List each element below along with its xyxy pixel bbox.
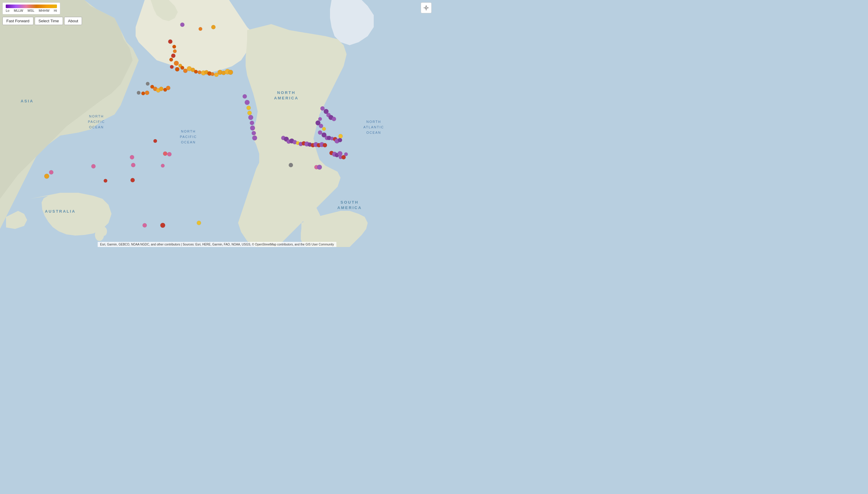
station-dot[interactable] <box>337 151 343 156</box>
station-dot[interactable] <box>131 163 135 167</box>
legend-hi: Hi <box>54 9 57 12</box>
station-dot[interactable] <box>211 72 214 76</box>
select-time-button[interactable]: Select Time <box>35 17 63 25</box>
ocean-label-npc3: OCEAN <box>181 140 196 144</box>
station-dot[interactable] <box>130 155 134 159</box>
legend: Lo MLLW MSL MHHW Hi <box>2 2 60 15</box>
legend-msl: MSL <box>27 9 34 12</box>
station-dot[interactable] <box>211 25 216 29</box>
station-dot[interactable] <box>141 92 145 95</box>
station-dot[interactable] <box>49 170 53 174</box>
station-dot[interactable] <box>318 117 322 121</box>
legend-gradient <box>6 4 57 8</box>
station-dot[interactable] <box>319 124 323 128</box>
ocean-label-na3: OCEAN <box>366 131 381 134</box>
station-dot[interactable] <box>169 58 173 61</box>
station-dot[interactable] <box>166 86 170 90</box>
station-dot[interactable] <box>332 117 336 121</box>
station-dot[interactable] <box>338 138 342 142</box>
map-svg: NORTH PACIFIC OCEAN NORTH PACIFIC OCEAN … <box>0 0 434 247</box>
fast-forward-button[interactable]: Fast Forward <box>2 17 34 25</box>
ocean-label-np1: NORTH <box>89 114 104 118</box>
station-dot[interactable] <box>318 130 322 135</box>
station-dot[interactable] <box>153 139 157 143</box>
station-dot[interactable] <box>322 127 326 131</box>
station-dot[interactable] <box>289 163 293 167</box>
station-dot[interactable] <box>174 61 179 66</box>
station-dot[interactable] <box>172 45 176 49</box>
station-dot[interactable] <box>159 87 163 91</box>
map-container: NORTH PACIFIC OCEAN NORTH PACIFIC OCEAN … <box>0 0 434 247</box>
svg-point-3 <box>425 7 427 9</box>
station-dot[interactable] <box>171 54 176 58</box>
station-dot[interactable] <box>130 178 135 182</box>
station-dot[interactable] <box>245 100 250 105</box>
station-dot[interactable] <box>91 164 95 168</box>
station-dot[interactable] <box>317 165 322 170</box>
station-dot[interactable] <box>250 126 255 130</box>
continent-na2: AMERICA <box>274 96 299 100</box>
station-dot[interactable] <box>243 94 247 98</box>
station-dot[interactable] <box>163 152 167 156</box>
ocean-label-na2: ATLANTIC <box>364 125 384 129</box>
attribution-text: Esri, Garmin, GEBCO, NOAA NGDC, and othe… <box>100 243 334 246</box>
geolocate-icon <box>423 5 429 11</box>
station-dot[interactable] <box>146 82 149 86</box>
station-dot[interactable] <box>247 111 252 115</box>
continent-australia: AUSTRALIA <box>45 209 76 213</box>
station-dot[interactable] <box>344 152 348 156</box>
station-dot[interactable] <box>175 67 179 71</box>
about-button[interactable]: About <box>64 17 82 25</box>
station-dot[interactable] <box>137 91 141 95</box>
ocean-label-np2: PACIFIC <box>88 120 105 124</box>
station-dot[interactable] <box>104 179 107 183</box>
ocean-label-npc1: NORTH <box>181 130 196 133</box>
station-dot[interactable] <box>160 223 165 228</box>
station-dot[interactable] <box>198 71 201 74</box>
continent-asia: ASIA <box>20 99 34 103</box>
station-dot[interactable] <box>143 223 147 227</box>
legend-lo: Lo <box>6 9 10 12</box>
station-dot[interactable] <box>248 115 253 120</box>
station-dot[interactable] <box>44 174 49 178</box>
station-dot[interactable] <box>228 70 233 75</box>
station-dot[interactable] <box>145 91 149 95</box>
station-dot[interactable] <box>180 23 184 27</box>
geolocate-button[interactable] <box>421 2 431 13</box>
attribution: Esri, Garmin, GEBCO, NOAA NGDC, and othe… <box>98 242 336 247</box>
continent-na1: NORTH <box>277 90 295 95</box>
station-dot[interactable] <box>246 106 251 110</box>
svg-point-2 <box>101 227 107 236</box>
station-dot[interactable] <box>170 65 173 69</box>
ocean-label-na1: NORTH <box>367 120 381 124</box>
station-dot[interactable] <box>252 136 257 140</box>
toolbar: Fast Forward Select Time About <box>2 17 82 25</box>
continent-sa2: AMERICA <box>337 205 362 210</box>
ocean-label-np3: OCEAN <box>89 125 104 129</box>
legend-mhhw: MHHW <box>39 9 50 12</box>
station-dot[interactable] <box>338 134 343 138</box>
station-dot[interactable] <box>173 50 177 53</box>
station-dot[interactable] <box>323 143 327 147</box>
station-dot[interactable] <box>250 121 254 125</box>
legend-labels: Lo MLLW MSL MHHW Hi <box>6 9 57 12</box>
station-dot[interactable] <box>199 27 202 31</box>
station-dot[interactable] <box>194 70 198 74</box>
station-dot[interactable] <box>320 106 325 111</box>
station-dot[interactable] <box>183 69 187 73</box>
station-dot[interactable] <box>168 39 172 44</box>
station-dot[interactable] <box>181 66 184 70</box>
ocean-label-npc2: PACIFIC <box>180 135 197 138</box>
station-dot[interactable] <box>197 221 201 225</box>
station-dot[interactable] <box>252 131 256 135</box>
station-dot[interactable] <box>167 152 171 156</box>
continent-sa1: SOUTH <box>340 200 359 205</box>
station-dot[interactable] <box>161 164 165 168</box>
legend-mllw: MLLW <box>14 9 23 12</box>
